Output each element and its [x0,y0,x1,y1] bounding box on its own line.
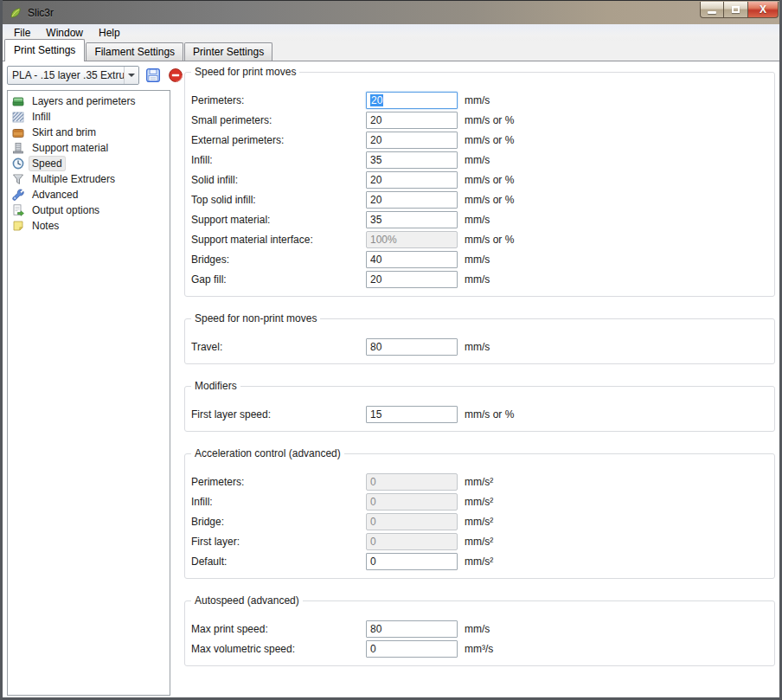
unit-label: mm/s or % [465,194,514,206]
max-print-speed-input[interactable] [366,620,458,638]
field-label: Travel: [191,341,366,353]
menu-window[interactable]: Window [38,25,91,41]
minimize-icon [708,11,716,14]
speed-settings-panel: Speed for print moves Perimeters: 20 mm/… [184,62,775,688]
setting-row: Max volumetric speed: mm³/s [185,639,774,658]
unit-label: mm/s [465,254,490,266]
group-title: Acceleration control (advanced) [191,447,344,459]
sidebar-item-label: Speed [29,157,65,170]
unit-label: mm/s or % [465,174,514,186]
setting-row: Infill: mm/s [185,150,774,170]
unit-label: mm/s² [465,476,493,488]
sidebar-item-support-material[interactable]: Support material [8,140,170,156]
slic3r-window: Slic3r X File Window Help Print Settings… [0,0,782,700]
close-icon: X [760,3,766,16]
external-perimeters-input[interactable] [366,132,458,149]
solid-infill-input[interactable] [366,171,458,189]
setting-row: First layer speed: mm/s or % [185,404,774,424]
setting-row: Support material interface: mm/s or % [185,229,774,249]
setting-row: First layer: mm/s² [185,531,774,551]
unit-label: mm/s or % [465,134,514,146]
field-label: Gap fill: [191,273,366,286]
tab-print-settings[interactable]: Print Settings [4,39,85,61]
title-bar: Slic3r X [3,0,779,24]
sidebar-item-advanced[interactable]: Advanced [8,187,170,202]
layers-icon [11,94,25,108]
field-label: Perimeters: [191,94,366,106]
sidebar-item-label: Infill [29,110,53,124]
tab-printer-settings[interactable]: Printer Settings [184,42,272,61]
close-button[interactable]: X [748,2,779,18]
group-modifiers: Modifiers First layer speed: mm/s or % [184,386,775,432]
unit-label: mm/s or % [465,114,514,126]
menu-file[interactable]: File [6,25,38,41]
delete-preset-button[interactable] [167,67,184,84]
unit-label: mm/s [465,94,490,106]
extruders-icon [11,172,25,186]
sidebar-item-notes[interactable]: Notes [8,218,170,234]
sidebar-item-label: Support material [29,141,111,155]
sidebar-item-speed[interactable]: Speed [8,156,170,171]
setting-row: Perimeters: 20 mm/s [185,90,774,110]
unit-label: mm/s² [465,516,493,528]
accel-infill-input [366,493,458,511]
window-title: Slic3r [28,7,54,19]
first-layer-speed-input[interactable] [366,406,458,423]
support-material-interface-input [366,231,458,248]
setting-row: Bridges: mm/s [185,249,774,269]
sidebar-item-output-options[interactable]: Output options [8,202,170,218]
travel-input[interactable] [366,338,458,356]
field-label: Default: [191,556,366,568]
setting-row: Support material: mm/s [185,209,774,229]
setting-row: Perimeters: mm/s² [185,472,774,491]
minimize-button[interactable] [700,2,724,18]
setting-row: Max print speed: mm/s [185,619,774,639]
sidebar-item-label: Skirt and brim [29,125,99,139]
group-acceleration-control: Acceleration control (advanced) Perimete… [184,453,775,579]
chevron-down-icon [128,74,135,77]
accel-perimeters-input [366,473,458,491]
infill-input[interactable] [366,151,458,169]
sidebar-item-multiple-extruders[interactable]: Multiple Extruders [8,171,170,187]
tab-filament-settings[interactable]: Filament Settings [86,42,183,61]
sidebar-item-skirt-and-brim[interactable]: Skirt and brim [8,125,170,140]
field-label: Perimeters: [191,476,366,488]
sidebar-item-infill[interactable]: Infill [8,109,170,125]
group-title: Speed for print moves [191,66,299,78]
accel-default-input[interactable] [366,553,458,570]
field-label: Bridge: [191,516,366,528]
group-autospeed: Autospeed (advanced) Max print speed: mm… [184,600,775,666]
group-speed-for-non-print-moves: Speed for non-print moves Travel: mm/s [184,318,775,364]
caption-buttons: X [700,2,779,18]
print-settings-page: PLA - .15 layer .35 Extruc Layers and pe… [3,62,779,697]
top-solid-infill-input[interactable] [366,191,458,209]
selected-text: 20 [370,94,383,106]
bridges-input[interactable] [366,251,458,268]
field-label: Max volumetric speed: [191,643,366,655]
setting-row: Small perimeters: mm/s or % [185,110,774,130]
max-volumetric-speed-input[interactable] [366,640,458,658]
sidebar-item-label: Multiple Extruders [29,172,118,186]
small-perimeters-input[interactable] [366,112,458,129]
unit-label: mm/s [465,341,490,353]
field-label: First layer: [191,536,366,548]
field-label: First layer speed: [191,408,366,421]
unit-label: mm/s² [465,536,493,548]
menu-help[interactable]: Help [91,25,128,41]
field-label: Support material interface: [191,234,366,246]
unit-label: mm/s² [465,556,493,568]
support-material-input[interactable] [366,211,458,228]
setting-row: Gap fill: mm/s [185,269,774,289]
field-label: External perimeters: [191,134,366,146]
gap-fill-input[interactable] [366,271,458,288]
field-label: Infill: [191,496,366,508]
preset-dropdown-button[interactable] [124,67,138,84]
sidebar-item-layers-and-perimeters[interactable]: Layers and perimeters [8,93,170,109]
perimeters-input[interactable]: 20 [366,92,458,109]
app-leaf-icon [9,6,22,20]
preset-dropdown[interactable]: PLA - .15 layer .35 Extruc [7,66,139,85]
maximize-button[interactable] [724,2,748,18]
save-preset-button[interactable] [144,67,162,84]
sidebar-item-label: Advanced [29,188,80,202]
field-label: Solid infill: [191,174,366,186]
